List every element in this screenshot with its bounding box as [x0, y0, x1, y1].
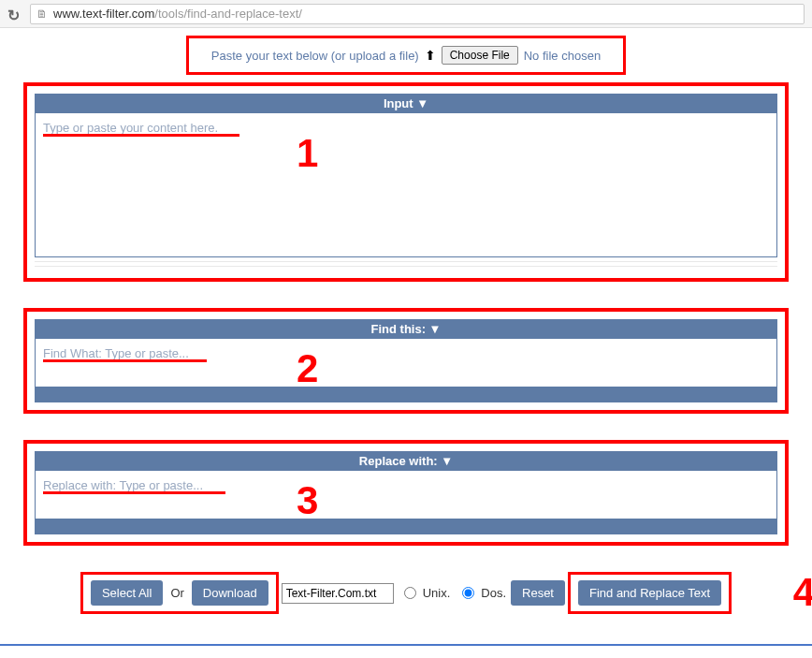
find-header[interactable]: Find this: ▼ — [35, 319, 777, 339]
annotation-underline — [43, 491, 225, 494]
upload-bar: Paste your text below (or upload a file)… — [186, 36, 626, 75]
browser-toolbar: ↻ 🗎 www.text-filter.com/tools/find-and-r… — [0, 0, 812, 28]
input-header[interactable]: Input ▼ — [35, 94, 777, 113]
choose-file-button[interactable]: Choose File — [442, 46, 518, 65]
annotation-number-1: 1 — [297, 131, 318, 176]
file-status: No file chosen — [524, 49, 601, 63]
annotation-number-2: 2 — [297, 346, 318, 391]
dos-radio[interactable] — [462, 587, 474, 599]
section-footer-bar — [35, 519, 777, 534]
url-domain: www.text-filter.com — [53, 7, 154, 21]
replace-header[interactable]: Replace with: ▼ — [35, 451, 777, 471]
find-section: 2 Find this: ▼ — [23, 308, 789, 414]
section-footer-bar — [35, 387, 777, 402]
find-header-label: Find this: ▼ — [371, 322, 442, 336]
annotation-number-4: 4 — [793, 570, 812, 615]
replace-section: 3 Replace with: ▼ — [23, 440, 789, 546]
annotation-number-3: 3 — [297, 478, 318, 523]
unix-radio[interactable] — [404, 587, 416, 599]
page-icon: 🗎 — [36, 7, 48, 21]
find-replace-button[interactable]: Find and Replace Text — [578, 580, 721, 606]
reset-button[interactable]: Reset — [511, 580, 565, 606]
or-label: Or — [170, 586, 183, 600]
replace-header-label: Replace with: ▼ — [359, 454, 453, 468]
unix-label: Unix. — [423, 586, 451, 600]
upload-prompt: Paste your text below (or upload a file) — [211, 49, 419, 63]
download-button[interactable]: Download — [192, 580, 268, 606]
replace-textarea-wrap — [35, 471, 777, 519]
find-textarea-wrap — [35, 339, 777, 387]
reload-icon[interactable]: ↻ — [7, 7, 22, 22]
divider — [35, 261, 777, 262]
select-download-group: Select All Or Download — [80, 572, 279, 614]
input-section: 1 Input ▼ — [23, 82, 789, 282]
address-bar[interactable]: 🗎 www.text-filter.com/tools/find-and-rep… — [30, 4, 805, 24]
url-path: /tools/find-and-replace-text/ — [154, 7, 302, 21]
input-header-label: Input ▼ — [384, 96, 428, 110]
input-textarea-wrap — [35, 113, 777, 257]
select-all-button[interactable]: Select All — [91, 580, 163, 606]
controls-row: Select All Or Download Unix. Dos. Reset … — [23, 572, 789, 614]
url-text: www.text-filter.com/tools/find-and-repla… — [53, 7, 302, 21]
dos-label: Dos. — [481, 586, 506, 600]
annotation-underline — [43, 134, 239, 137]
submit-group: Find and Replace Text — [568, 572, 732, 614]
filename-input[interactable] — [282, 583, 394, 604]
divider — [35, 266, 777, 267]
upload-icon: ⬆ — [425, 48, 436, 63]
annotation-underline — [43, 359, 207, 362]
page-bottom-border — [0, 644, 812, 646]
